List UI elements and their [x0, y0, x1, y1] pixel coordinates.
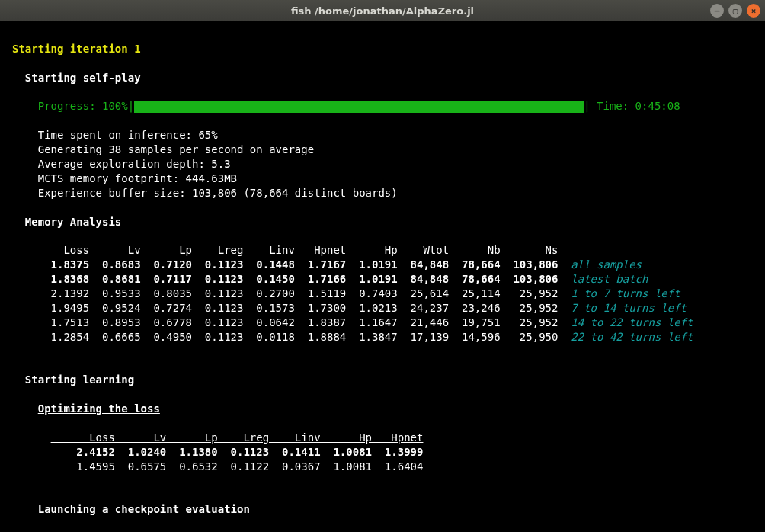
minimize-button[interactable]: – — [710, 4, 724, 18]
table-row: 2.1392 0.9533 0.8035 0.1123 0.2700 1.511… — [38, 287, 559, 300]
row-annotation: latest batch — [571, 273, 648, 285]
titlebar: fish /home/jonathan/AlphaZero.jl – ▢ × — [0, 0, 765, 21]
row-annotation: 22 to 42 turns left — [571, 331, 693, 343]
selfplay-progress-label: Progress: 100% — [38, 100, 128, 112]
window-title: fish /home/jonathan/AlphaZero.jl — [5, 5, 760, 17]
row-annotation: all samples — [571, 258, 642, 271]
maximize-button[interactable]: ▢ — [728, 4, 742, 18]
selfplay-stat: MCTS memory footprint: 444.63MB — [38, 172, 237, 184]
table-row: 1.7513 0.8953 0.6778 0.1123 0.0642 1.838… — [38, 316, 559, 328]
table-row: 1.4595 0.6575 0.6532 0.1122 0.0367 1.008… — [51, 460, 424, 473]
selfplay-time: Time: 0:45:08 — [597, 100, 680, 112]
table-row: 2.4152 1.0240 1.1380 0.1123 0.1411 1.008… — [51, 446, 424, 458]
table-header: Loss Lv Lp Lreg Linv Hpnet Hp Wtot Nb Ns — [38, 244, 559, 256]
memory-header: Memory Analysis — [25, 216, 121, 228]
selfplay-header: Starting self-play — [25, 72, 141, 84]
selfplay-stat: Experience buffer size: 103,806 (78,664 … — [38, 187, 398, 199]
table-row: 1.8368 0.8681 0.7117 0.1123 0.1450 1.716… — [38, 273, 559, 285]
table-header: Loss Lv Lp Lreg Linv Hp Hpnet — [51, 431, 424, 444]
selfplay-stat: Average exploration depth: 5.3 — [38, 158, 231, 170]
iteration-header: Starting iteration 1 — [12, 43, 141, 55]
table-row: 1.8375 0.8683 0.7120 0.1123 0.1448 1.716… — [38, 258, 559, 271]
close-button[interactable]: × — [747, 4, 760, 18]
table-row: 1.9495 0.9524 0.7274 0.1123 0.1573 1.730… — [38, 302, 559, 314]
selfplay-progress-bar — [134, 101, 584, 113]
checkpoint-header: Launching a checkpoint evaluation — [38, 503, 250, 515]
row-annotation: 1 to 7 turns left — [571, 287, 680, 300]
optimizing-header: Optimizing the loss — [38, 402, 160, 415]
table-row: 1.2854 0.6665 0.4950 0.1123 0.0118 1.888… — [38, 331, 559, 343]
window-controls: – ▢ × — [710, 4, 760, 18]
learning-header: Starting learning — [25, 373, 134, 386]
selfplay-stat: Generating 38 samples per second on aver… — [38, 143, 314, 155]
terminal-output: Starting iteration 1 Starting self-play … — [0, 21, 765, 532]
row-annotation: 7 to 14 turns left — [571, 302, 687, 314]
selfplay-stat: Time spent on inference: 65% — [38, 129, 218, 141]
row-annotation: 14 to 22 turns left — [571, 316, 693, 328]
